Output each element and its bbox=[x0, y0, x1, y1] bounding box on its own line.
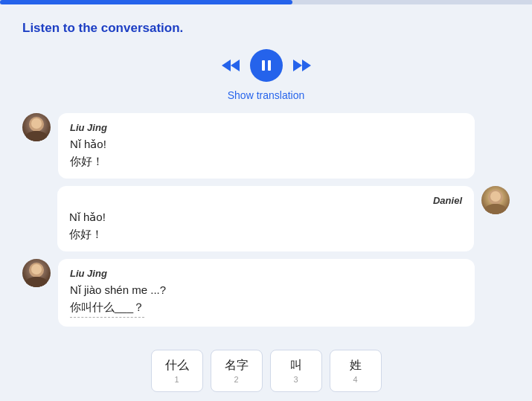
daniel-avatar-svg bbox=[481, 186, 510, 214]
svg-point-14 bbox=[31, 264, 42, 275]
speaker-name-2: Daniel bbox=[69, 195, 462, 206]
audio-controls: Show translation bbox=[22, 49, 510, 101]
avatar-liu-jing-3 bbox=[22, 259, 51, 287]
rewind-button[interactable] bbox=[220, 58, 241, 73]
word-number-4: 4 bbox=[353, 375, 357, 384]
word-text-1: 什么 bbox=[165, 358, 189, 373]
word-choices: 什么 1 名字 2 叫 3 姓 4 bbox=[151, 350, 382, 392]
svg-rect-3 bbox=[268, 60, 271, 71]
instruction-text: Listen to the conversation. bbox=[22, 21, 510, 36]
word-text-3: 叫 bbox=[290, 358, 302, 373]
word-number-1: 1 bbox=[174, 375, 179, 384]
word-text-2: 名字 bbox=[225, 358, 249, 373]
pause-button[interactable] bbox=[250, 49, 283, 82]
svg-point-11 bbox=[490, 191, 501, 202]
pause-icon bbox=[260, 59, 273, 72]
word-choice-2[interactable]: 名字 2 bbox=[211, 350, 263, 392]
word-choice-4[interactable]: 姓 4 bbox=[330, 350, 382, 392]
show-translation-button[interactable]: Show translation bbox=[228, 89, 305, 101]
speaker-name-3: Liu Jing bbox=[70, 268, 463, 279]
word-choice-3[interactable]: 叫 3 bbox=[270, 350, 322, 392]
svg-marker-4 bbox=[293, 60, 302, 71]
message-row-3: Liu Jing Nǐ jiào shén me ...? 你叫什么___？ bbox=[22, 259, 510, 327]
forward-button[interactable] bbox=[292, 58, 313, 73]
svg-point-13 bbox=[25, 277, 48, 287]
avatar-liu-jing-1 bbox=[22, 113, 51, 141]
bubble-1: Liu Jing Nǐ hǎo! 你好！ bbox=[58, 113, 475, 179]
svg-marker-5 bbox=[302, 60, 311, 71]
pinyin-3: Nǐ jiào shén me ...? bbox=[70, 282, 463, 299]
word-choice-1[interactable]: 什么 1 bbox=[151, 350, 203, 392]
liu-jing-avatar-svg-2 bbox=[22, 259, 51, 287]
chinese-1: 你好！ bbox=[70, 153, 463, 170]
svg-marker-0 bbox=[222, 60, 231, 71]
chinese-3: 你叫什么___？ bbox=[70, 299, 144, 318]
chinese-2: 你好！ bbox=[69, 226, 462, 243]
word-number-2: 2 bbox=[234, 375, 238, 384]
svg-rect-2 bbox=[262, 60, 265, 71]
svg-point-10 bbox=[484, 204, 507, 214]
svg-marker-1 bbox=[231, 60, 240, 71]
pinyin-1: Nǐ hǎo! bbox=[70, 136, 463, 153]
word-text-4: 姓 bbox=[350, 358, 362, 373]
pinyin-2: Nǐ hǎo! bbox=[69, 209, 462, 226]
rewind-icon bbox=[220, 58, 241, 73]
message-row-1: Liu Jing Nǐ hǎo! 你好！ bbox=[22, 113, 510, 179]
svg-point-8 bbox=[31, 118, 42, 129]
liu-jing-avatar-svg bbox=[22, 113, 51, 141]
controls-row bbox=[220, 49, 313, 82]
progress-bar-container bbox=[0, 0, 532, 4]
avatar-daniel bbox=[481, 186, 510, 214]
forward-icon bbox=[292, 58, 313, 73]
message-row-2: Daniel Nǐ hǎo! 你好！ bbox=[22, 186, 510, 251]
progress-bar-fill bbox=[0, 0, 292, 4]
conversation: Liu Jing Nǐ hǎo! 你好！ Daniel Nǐ hǎo! 你好！ bbox=[22, 113, 510, 327]
speaker-name-1: Liu Jing bbox=[70, 122, 463, 133]
svg-point-7 bbox=[25, 131, 48, 141]
bubble-3: Liu Jing Nǐ jiào shén me ...? 你叫什么___？ bbox=[58, 259, 475, 327]
word-number-3: 3 bbox=[293, 375, 298, 384]
main-content: Listen to the conversation. bbox=[0, 4, 532, 339]
bubble-2: Daniel Nǐ hǎo! 你好！ bbox=[57, 186, 474, 251]
